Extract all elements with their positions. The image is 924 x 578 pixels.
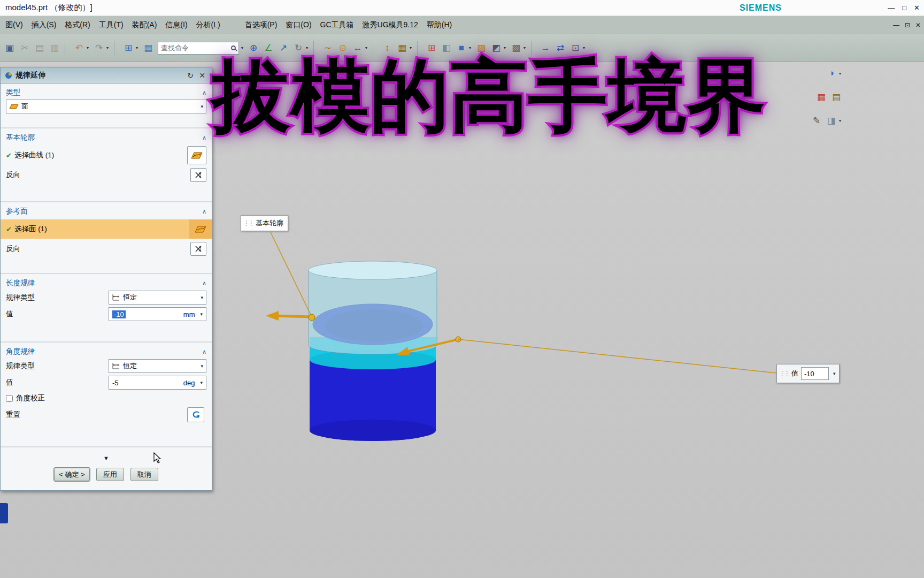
grip-icon[interactable]: ⋮⋮ <box>243 219 253 227</box>
pattern-icon[interactable]: ⊞ <box>425 41 438 55</box>
block-caret-icon[interactable]: ▾ <box>469 45 474 50</box>
chevron-up-icon[interactable]: ∧ <box>202 89 206 96</box>
book-icon[interactable]: ▤ <box>829 90 843 104</box>
length-law-type-dropdown[interactable]: 恒定 ▾ <box>109 291 206 305</box>
caret-down-icon[interactable]: ▾ <box>833 371 836 376</box>
menu-item-9[interactable]: 窗口(O) <box>281 20 315 30</box>
chevron-up-icon[interactable]: ∧ <box>202 280 206 287</box>
menu-item-4[interactable]: 工具(T) <box>95 20 128 30</box>
spline-icon[interactable]: ∼ <box>321 41 335 55</box>
section-view-icon[interactable]: ◩ <box>489 41 503 55</box>
copy-icon[interactable]: ▤ <box>33 41 47 55</box>
search-input[interactable] <box>161 44 224 52</box>
menu-item-2[interactable]: 插入(S) <box>27 20 61 30</box>
chevron-up-icon[interactable]: ∧ <box>202 134 206 141</box>
menu-item-3[interactable]: 格式(R) <box>60 20 94 30</box>
display-mode-icon[interactable]: ◑ <box>825 66 838 80</box>
window-control-button[interactable]: ✕ <box>914 4 920 12</box>
apply-button[interactable]: 应用 <box>96 468 124 481</box>
csys-rotate-caret-icon[interactable]: ▾ <box>306 45 311 50</box>
onscreen-value[interactable]: -10 <box>804 370 814 378</box>
base-profile-tag[interactable]: ⋮⋮ 基本轮廓 <box>241 215 288 231</box>
palette-caret-icon[interactable]: ▾ <box>839 118 844 123</box>
menu-item-8[interactable]: 首选项(P) <box>241 20 282 30</box>
length-unit[interactable]: mm <box>183 310 195 318</box>
grid-caret-icon[interactable]: ▾ <box>410 45 414 50</box>
window-control-button[interactable]: — <box>893 21 899 29</box>
length-value-field[interactable]: -10 mm ▾ <box>109 307 206 321</box>
window-control-button[interactable]: — <box>888 4 895 12</box>
type-dropdown[interactable]: 面 ▾ <box>6 100 206 113</box>
expand-more-icon[interactable]: ▼ <box>1 455 212 461</box>
menu-item-10[interactable]: GC工具箱 <box>316 20 358 30</box>
window-control-button[interactable]: □ <box>902 4 906 12</box>
ok-button[interactable]: < 确定 > <box>54 468 89 481</box>
select-curve-label[interactable]: 选择曲线 (1) <box>14 150 54 160</box>
measure-caret-icon[interactable]: ▾ <box>365 45 370 50</box>
onscreen-value-field[interactable]: -10 <box>801 367 829 380</box>
key-icon[interactable]: ⊙ <box>336 41 350 55</box>
cut-icon[interactable]: ✂ <box>18 41 32 55</box>
datum-point-icon[interactable]: ⊕ <box>247 41 260 55</box>
undo-icon[interactable]: ↶ <box>72 41 86 55</box>
angle-law-type-dropdown[interactable]: 恒定 ▾ <box>109 359 206 373</box>
menu-item-7[interactable]: 分析(L) <box>192 20 225 30</box>
section-view-caret-icon[interactable]: ▾ <box>504 45 509 50</box>
shell-icon[interactable]: ◧ <box>440 41 453 55</box>
onscreen-value-input[interactable]: ⋮⋮ 值 -10 ▾ <box>776 364 840 383</box>
select-face-row[interactable]: ✔ 选择面 (1) <box>1 219 212 239</box>
search-caret-icon[interactable]: ▾ <box>241 45 246 50</box>
reset-button[interactable] <box>187 407 204 422</box>
paste-icon[interactable]: ▥ <box>48 41 61 55</box>
angle-value-field[interactable]: -5 deg ▾ <box>109 376 206 390</box>
menu-item-1[interactable]: 图(V) <box>1 20 27 30</box>
cancel-button[interactable]: 取消 <box>130 468 158 481</box>
export-sheet-icon[interactable]: ▦ <box>141 41 155 55</box>
graphics-window[interactable]: 规律延伸 ↻ ✕ 类型 ∧ 面 ▾ <box>0 62 924 578</box>
display-mode-caret-icon[interactable]: ▾ <box>839 71 844 76</box>
palette-icon[interactable]: ◨ <box>825 113 838 127</box>
move-face-icon[interactable]: → <box>538 41 552 55</box>
dialog-close-icon[interactable]: ✕ <box>197 71 207 80</box>
sync-modeling-icon[interactable]: ⇄ <box>553 41 567 55</box>
measure-icon[interactable]: ↔ <box>351 41 365 55</box>
datum-csys-icon[interactable]: ∠ <box>261 41 275 55</box>
dialog-header[interactable]: 规律延伸 ↻ ✕ <box>1 67 212 83</box>
more-tools-caret-icon[interactable]: ▾ <box>583 45 588 50</box>
annotate-pencil-icon[interactable]: ✎ <box>810 113 823 127</box>
select-curve-button[interactable] <box>187 146 206 164</box>
dialog-reset-icon[interactable]: ↻ <box>185 71 196 80</box>
menu-item-5[interactable]: 装配(A) <box>128 20 161 30</box>
angle-value[interactable]: -5 <box>112 379 119 387</box>
undo-caret-icon[interactable]: ▾ <box>87 45 91 50</box>
caret-down-icon[interactable]: ▾ <box>200 311 203 317</box>
menu-item-12[interactable]: 帮助(H) <box>422 20 456 30</box>
chevron-up-icon[interactable]: ∧ <box>202 208 206 215</box>
angle-unit[interactable]: deg <box>183 379 195 387</box>
dimension-icon[interactable]: ↕ <box>380 41 394 55</box>
redo-icon[interactable]: ↷ <box>92 41 106 55</box>
grip-icon[interactable]: ⋮⋮ <box>779 370 789 377</box>
menu-item-6[interactable]: 信息(I) <box>161 20 191 30</box>
window-control-button[interactable]: ✕ <box>915 21 921 29</box>
reference-reverse-button[interactable] <box>190 242 206 256</box>
redo-caret-icon[interactable]: ▾ <box>106 45 111 50</box>
grid-icon[interactable]: ▦ <box>395 41 409 55</box>
command-search-box[interactable] <box>158 42 239 55</box>
save-icon[interactable]: ▣ <box>3 41 17 55</box>
chevron-up-icon[interactable]: ∧ <box>202 348 206 355</box>
dock-tab[interactable] <box>0 503 8 523</box>
window-layout-icon[interactable]: ⊞ <box>121 41 135 55</box>
menu-item-11[interactable]: 激秀UG模具9.12 <box>358 20 422 30</box>
sheet-body-icon[interactable]: ▨ <box>474 41 488 55</box>
shaded-view-icon[interactable]: ▩ <box>509 41 523 55</box>
window-layout-caret-icon[interactable]: ▾ <box>136 45 141 50</box>
window-control-button[interactable]: ⊡ <box>905 21 910 29</box>
vector-icon[interactable]: ↗ <box>276 41 290 55</box>
base-reverse-button[interactable] <box>190 168 206 182</box>
angle-correction-checkbox[interactable] <box>6 395 13 402</box>
caret-down-icon[interactable]: ▾ <box>200 380 203 385</box>
block-icon[interactable]: ■ <box>455 41 468 55</box>
more-tools-icon[interactable]: ⊡ <box>568 41 582 55</box>
csys-rotate-icon[interactable]: ↻ <box>291 41 305 55</box>
